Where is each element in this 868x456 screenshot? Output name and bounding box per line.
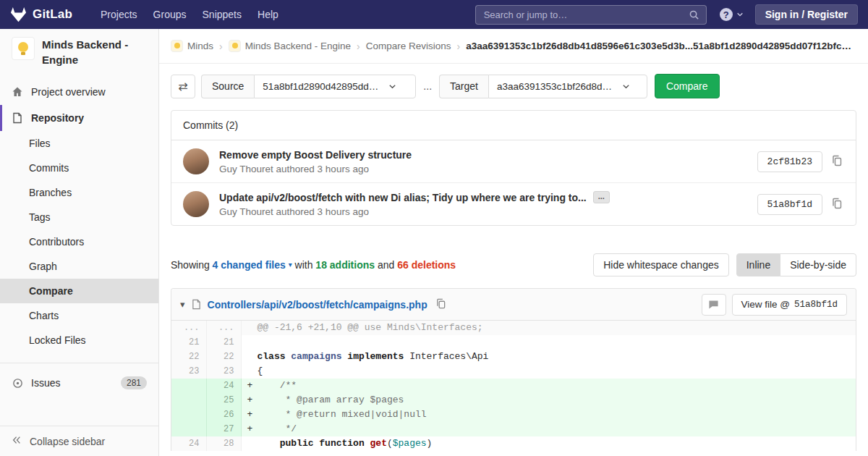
project-crumb-avatar xyxy=(229,40,241,52)
nav-groups[interactable]: Groups xyxy=(145,0,195,29)
sidebar-item-files[interactable]: Files xyxy=(0,131,158,156)
view-file-button[interactable]: View file @ 51a8bf1d xyxy=(732,294,848,316)
gitlab-logo[interactable]: GitLab xyxy=(10,7,72,22)
diff-summary-bar: Showing 4 changed files ▾ with 18 additi… xyxy=(171,240,856,288)
code-line: + * @return mixed|void|null xyxy=(241,408,856,422)
sidebar-item-locked-files[interactable]: Locked Files xyxy=(0,328,158,352)
view-file-sha: 51a8bf1d xyxy=(794,300,838,310)
commit-author-avatar[interactable] xyxy=(183,148,209,174)
sidebar-item-branches[interactable]: Branches xyxy=(0,180,158,205)
commit-title[interactable]: Update api/v2/boost/fetch with new Di al… xyxy=(219,191,747,203)
breadcrumb-project[interactable]: Minds Backend - Engine xyxy=(229,40,351,52)
copy-sha-button[interactable] xyxy=(830,196,844,213)
copy-icon xyxy=(831,198,843,211)
breadcrumb-compare-revisions[interactable]: Compare Revisions xyxy=(366,41,451,51)
home-icon xyxy=(12,86,23,98)
diff-line-row: 23 23 { xyxy=(171,364,856,379)
old-line-number[interactable]: 22 xyxy=(171,350,206,364)
sidebar-item-contributors[interactable]: Contributors xyxy=(0,229,158,254)
code-line: class campaigns implements Interfaces\Ap… xyxy=(241,350,856,364)
new-line-number[interactable]: 23 xyxy=(206,364,241,379)
ref-separator: ... xyxy=(423,80,432,92)
commits-panel: Commits (2) Remove empty Boost Delivery … xyxy=(171,110,856,226)
compare-button[interactable]: Compare xyxy=(655,74,720,98)
sidebar-item-commits[interactable]: Commits xyxy=(0,156,158,180)
new-line-number[interactable]: 26 xyxy=(206,408,241,422)
project-context[interactable]: Minds Backend - Engine xyxy=(0,29,158,75)
sidebar-item-repository[interactable]: Repository xyxy=(0,105,158,131)
diff-file-panel: ▾ Controllers/api/v2/boost/fetch/campaig… xyxy=(171,288,856,451)
target-group: Target a3aa6391353c1bf26d8d… xyxy=(439,75,647,98)
copy-filename-button[interactable] xyxy=(434,297,448,313)
diff-table: ... ... @@ -21,6 +21,10 @@ use Minds\Int… xyxy=(171,321,856,451)
hide-whitespace-button[interactable]: Hide whitespace changes xyxy=(593,253,729,276)
expand-commit-message-button[interactable]: ... xyxy=(593,191,610,203)
sidebar-item-charts[interactable]: Charts xyxy=(0,303,158,328)
changed-files-dropdown[interactable]: 4 changed files ▾ xyxy=(213,259,292,271)
main-content: Minds › Minds Backend - Engine › Compare… xyxy=(159,0,868,451)
collapse-diff-icon[interactable]: ▾ xyxy=(180,299,185,310)
diff-view-toggle: Inline Side-by-side xyxy=(736,253,856,276)
new-line-number[interactable]: 22 xyxy=(206,350,241,364)
nav-help[interactable]: Help xyxy=(250,0,286,29)
source-ref-dropdown[interactable]: 51a8bf1d2890d42895dd… xyxy=(254,75,416,98)
old-line-number[interactable]: 21 xyxy=(171,335,206,350)
deletions-count: 66 deletions xyxy=(397,259,456,271)
old-line-number[interactable] xyxy=(171,422,206,436)
breadcrumb-minds[interactable]: Minds xyxy=(171,40,213,52)
compare-form: ⇄ Source 51a8bf1d2890d42895dd… ... Targe… xyxy=(159,64,868,110)
commit-sha[interactable]: 51a8bf1d xyxy=(757,194,822,215)
new-line-number[interactable]: 25 xyxy=(206,393,241,408)
sidebar-item-project-overview[interactable]: Project overview xyxy=(0,79,158,105)
sidebar-divider xyxy=(0,363,158,363)
old-line-number[interactable]: 24 xyxy=(171,436,206,451)
commit-meta: Guy Thouret authored 3 hours ago xyxy=(219,206,747,217)
global-search[interactable] xyxy=(475,5,707,25)
comment-icon xyxy=(708,300,719,310)
code-line: + */ xyxy=(241,422,856,436)
old-line-number[interactable] xyxy=(171,393,206,408)
sidebar-item-issues[interactable]: Issues 281 xyxy=(0,369,158,397)
old-line-number[interactable] xyxy=(171,408,206,422)
old-line-number[interactable] xyxy=(171,379,206,393)
new-line-number[interactable]: 21 xyxy=(206,335,241,350)
sidebar-item-graph[interactable]: Graph xyxy=(0,254,158,279)
nav-projects[interactable]: Projects xyxy=(93,0,145,29)
swap-revisions-button[interactable]: ⇄ xyxy=(171,75,195,98)
commit-sha[interactable]: 2cf81b23 xyxy=(757,151,822,172)
brand-text: GitLab xyxy=(33,7,72,22)
signin-button[interactable]: Sign in / Register xyxy=(755,4,858,25)
search-input[interactable] xyxy=(482,9,689,21)
commit-author-avatar[interactable] xyxy=(183,191,209,217)
commit-author[interactable]: Guy Thouret xyxy=(219,206,273,217)
diff-line-row: 22 22 class campaigns implements Interfa… xyxy=(171,350,856,364)
new-line-number[interactable]: 27 xyxy=(206,422,241,436)
nav-snippets[interactable]: Snippets xyxy=(195,0,250,29)
inline-view-button[interactable]: Inline xyxy=(736,253,780,276)
target-ref-dropdown[interactable]: a3aa6391353c1bf26d8d… xyxy=(488,75,647,98)
collapse-sidebar-button[interactable]: Collapse sidebar xyxy=(0,426,158,456)
diff-filename-link[interactable]: Controllers/api/v2/boost/fetch/campaigns… xyxy=(208,299,427,311)
bulb-icon xyxy=(18,42,28,52)
sidebar-item-compare[interactable]: Compare xyxy=(0,279,158,303)
chevron-down-icon xyxy=(388,83,396,90)
new-line-number[interactable]: 24 xyxy=(206,379,241,393)
toggle-comments-button[interactable] xyxy=(702,294,726,316)
side-by-side-view-button[interactable]: Side-by-side xyxy=(780,253,856,276)
diff-added-line-row: 26 + * @return mixed|void|null xyxy=(171,408,856,422)
old-line-number[interactable]: 23 xyxy=(171,364,206,379)
repository-section: Repository Files Commits Branches Tags C… xyxy=(0,105,158,357)
breadcrumb: Minds › Minds Backend - Engine › Compare… xyxy=(159,29,868,64)
commit-title[interactable]: Remove empty Boost Delivery structure xyxy=(219,149,747,161)
copy-sha-button[interactable] xyxy=(830,153,844,170)
breadcrumb-separator: › xyxy=(357,41,360,52)
old-line-number: ... xyxy=(171,321,206,335)
commit-author[interactable]: Guy Thouret xyxy=(219,164,273,174)
new-line-number[interactable]: 28 xyxy=(206,436,241,451)
swap-icon: ⇄ xyxy=(178,80,187,93)
source-group: Source 51a8bf1d2890d42895dd… xyxy=(201,75,416,98)
sidebar-item-tags[interactable]: Tags xyxy=(0,205,158,229)
question-icon: ? xyxy=(720,8,733,21)
help-menu[interactable]: ? xyxy=(720,8,744,21)
breadcrumb-current-shas: a3aa6391353c1bf26d8db41d8596e61c303e5d3b… xyxy=(466,41,856,51)
